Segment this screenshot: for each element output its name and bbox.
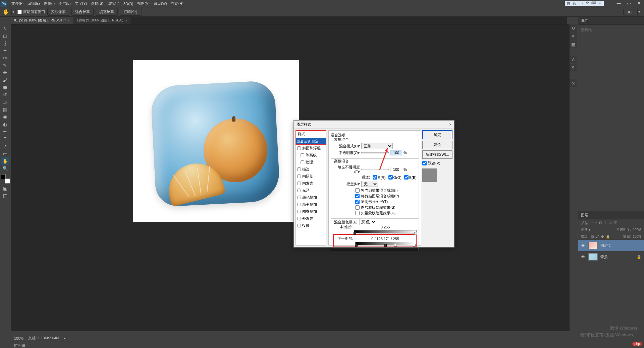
style-outer-glow[interactable]: 外发光	[296, 215, 326, 222]
color-swatch[interactable]	[1, 174, 10, 184]
zoom-level[interactable]: 100%	[14, 336, 23, 340]
style-texture[interactable]: 纹理	[296, 159, 326, 166]
style-gradient-overlay[interactable]: 渐变叠加	[296, 201, 326, 208]
style-drop-shadow[interactable]: 投影	[296, 222, 326, 229]
doc-info[interactable]: 文档: 1.13M/2.64M	[28, 336, 59, 341]
lock-all-icon[interactable]: 🔒	[606, 235, 610, 238]
ime-6[interactable]: ☺	[598, 1, 602, 6]
blend-options-item[interactable]: 混合选项:自定	[296, 138, 326, 145]
dodge-tool[interactable]: ◐	[1, 121, 9, 128]
menu-file[interactable]: 文件(F)	[9, 0, 25, 7]
layer-row-bg[interactable]: 👁背景🔒	[578, 251, 644, 263]
blendmode-dd[interactable]: 正常 ▾	[581, 227, 590, 232]
crop-tool[interactable]: ✂	[1, 54, 9, 62]
tab-close-icon[interactable]: ×	[68, 19, 70, 22]
lock-pos-icon[interactable]: ✥	[601, 235, 604, 238]
style-color-overlay[interactable]: 颜色叠加	[296, 194, 326, 201]
ime-bar[interactable]: 拼 英 ⸰ ♪ ⚙ ⌨ ☺	[565, 1, 604, 6]
underlying-slider[interactable]	[355, 242, 415, 245]
ok-button[interactable]: 确定	[422, 130, 452, 139]
mask-hide-cbx[interactable]: 图层蒙版隐藏效果(S)	[355, 205, 417, 210]
dock-swatch-icon[interactable]: ▦	[570, 41, 577, 48]
blend-interior-cbx[interactable]: 将内部效果混合成组(I)	[355, 188, 417, 193]
ime-3[interactable]: ♪	[581, 1, 584, 6]
info-arrow-icon[interactable]: ▸	[64, 336, 66, 340]
style-contour[interactable]: 等高线	[296, 152, 326, 159]
channel-b[interactable]: B(B)	[404, 175, 417, 180]
layer-kind-dd[interactable]: ≑	[590, 220, 593, 225]
filter-type-icon[interactable]: T	[604, 220, 606, 225]
stamp-tool[interactable]: ⬢	[1, 84, 9, 91]
dock-char-icon[interactable]: A	[570, 56, 577, 63]
layer-thumb[interactable]	[588, 253, 598, 261]
fill-opacity-slider[interactable]	[361, 169, 389, 170]
menu-image[interactable]: 图像(I)	[42, 0, 57, 7]
fill-value[interactable]: 100%	[633, 235, 641, 238]
filter-shape-icon[interactable]: ▭	[608, 220, 612, 225]
3d-mode-dd[interactable]: ▾	[637, 9, 641, 15]
style-inner-shadow[interactable]: 内阴影	[296, 173, 326, 180]
blur-tool[interactable]: ◉	[1, 113, 9, 121]
dock-history-icon[interactable]: ↻	[570, 24, 577, 32]
print-size-button[interactable]: 打印尺寸	[120, 8, 142, 16]
tab-close-icon[interactable]: ×	[125, 19, 127, 22]
properties-tab[interactable]: 属性	[578, 17, 644, 25]
style-satin[interactable]: 光泽	[296, 187, 326, 194]
lasso-tool[interactable]: ⟆	[1, 40, 9, 47]
eye-icon[interactable]: 👁	[581, 255, 586, 260]
scroll-all-checkbox[interactable]: 滚动所有窗口	[17, 9, 45, 14]
fill-opacity-input[interactable]	[390, 167, 402, 172]
fit-screen-button[interactable]: 适合屏幕	[71, 8, 94, 16]
marquee-tool[interactable]: ◻	[1, 32, 9, 40]
menu-select[interactable]: 选择(S)	[89, 0, 105, 7]
gradient-tool[interactable]: ▤	[1, 106, 9, 113]
lock-pix-icon[interactable]: 🖌	[596, 235, 599, 238]
dialog-titlebar[interactable]: 图层样式×	[294, 121, 454, 129]
cancel-button[interactable]: 复位	[422, 141, 452, 149]
layer-name[interactable]: 背景	[600, 255, 608, 260]
new-style-button[interactable]: 新建样式(W)...	[422, 150, 452, 159]
menu-filter[interactable]: 滤镜(T)	[105, 0, 121, 7]
dialog-close-icon[interactable]: ×	[449, 122, 451, 127]
pen-tool[interactable]: ✒	[1, 128, 9, 135]
heal-tool[interactable]: ✚	[1, 69, 9, 76]
ime-5[interactable]: ⌨	[591, 1, 597, 6]
3d-mode-button[interactable]: 3D	[623, 9, 635, 15]
ime-2[interactable]: ⸰	[578, 1, 580, 6]
screenmode-toggle[interactable]: ◫	[1, 192, 9, 199]
path-tool[interactable]: ↗	[1, 143, 9, 150]
menu-3d[interactable]: 3D(D)	[121, 1, 135, 6]
layer-row-1[interactable]: 👁图层 1	[578, 240, 644, 251]
opacity-input[interactable]	[390, 150, 402, 155]
this-layer-slider[interactable]	[354, 230, 417, 233]
minimize-button[interactable]: —	[614, 0, 624, 6]
maximize-button[interactable]: ▭	[624, 0, 634, 6]
trans-shapes-cbx[interactable]: 透明形状图层(T)	[355, 199, 417, 204]
history-brush-tool[interactable]: ↺	[1, 91, 9, 98]
tab-01jpg[interactable]: 01.jpg @ 100% (图层 1, RGB/8#) *×	[11, 17, 73, 24]
zoom-tool[interactable]: 🔍	[1, 165, 9, 172]
document-canvas[interactable]	[133, 60, 299, 222]
shape-tool[interactable]: ▭	[1, 150, 9, 157]
dock-brush-icon[interactable]: ≡	[570, 32, 577, 40]
canvas-area[interactable]	[11, 24, 570, 331]
lock-trans-icon[interactable]: ▨	[591, 235, 594, 238]
channel-r[interactable]: R(R)	[373, 175, 385, 180]
eyedropper-tool[interactable]: ✎	[1, 62, 9, 69]
eraser-tool[interactable]: ▱	[1, 98, 9, 106]
opacity-slider[interactable]	[361, 152, 389, 153]
menu-edit[interactable]: 编辑(E)	[25, 0, 42, 7]
blend-if-select[interactable]: 灰色	[360, 219, 376, 225]
knockout-select[interactable]: 无	[361, 181, 378, 187]
timeline-tab[interactable]: 时间轴	[11, 342, 570, 348]
style-inner-glow[interactable]: 内发光	[296, 180, 326, 187]
ime-4[interactable]: ⚙	[585, 1, 590, 6]
blend-clipped-cbx[interactable]: 将剪贴图层混合成组(P)	[355, 194, 417, 199]
menu-view[interactable]: 视图(V)	[135, 0, 152, 7]
style-pattern-overlay[interactable]: 图案叠加	[296, 208, 326, 215]
menu-window[interactable]: 窗口(W)	[152, 0, 169, 7]
close-button[interactable]: ✕	[634, 0, 644, 6]
layer-thumb[interactable]	[588, 242, 598, 249]
fill-screen-button[interactable]: 填充屏幕	[96, 8, 118, 16]
menu-layer[interactable]: 图层(L)	[57, 0, 72, 7]
